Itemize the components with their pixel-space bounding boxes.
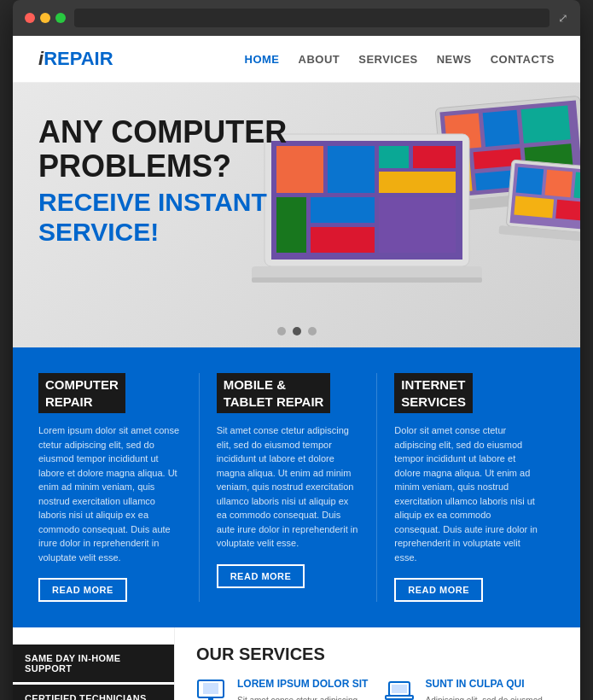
- hero-image: [239, 91, 580, 339]
- svg-rect-36: [392, 685, 407, 693]
- svg-rect-14: [379, 146, 409, 168]
- svg-rect-32: [203, 683, 218, 694]
- services-grid: LOREM IPSUM DOLOR SIT Sit amet conse cte…: [196, 678, 559, 700]
- laptop-icon: [385, 680, 417, 700]
- svg-rect-29: [555, 200, 580, 222]
- service-item-1-desc: Sit amet conse ctetur adipiscing elit, s…: [237, 694, 371, 700]
- svg-rect-16: [379, 172, 456, 193]
- monitor-icon: [196, 680, 229, 700]
- service-card-mobile-repair: MOBILE & TABLET REPAIR Sit amet conse ct…: [217, 373, 378, 602]
- minimize-dot[interactable]: [40, 13, 50, 23]
- svg-rect-15: [413, 146, 456, 168]
- sidebar-item-same-day[interactable]: SAME DAY IN-HOME SUPPORT: [13, 645, 174, 682]
- svg-rect-18: [311, 197, 375, 223]
- computer-repair-readmore[interactable]: READ MORE: [38, 578, 127, 602]
- service-item-1-content: LOREM IPSUM DOLOR SIT Sit amet conse cte…: [237, 678, 371, 700]
- logo-repair: REPAIR: [44, 48, 113, 69]
- expand-icon[interactable]: ⤢: [558, 11, 568, 25]
- hero-dots: [277, 327, 317, 335]
- address-bar[interactable]: [74, 9, 549, 27]
- internet-services-desc: Dolor sit amet conse ctetur adipiscing e…: [394, 423, 538, 564]
- browser-dots: [25, 13, 66, 23]
- site-header: iREPAIR HOME ABOUT SERVICES NEWS CONTACT…: [13, 36, 580, 83]
- mobile-repair-title: MOBILE & TABLET REPAIR: [217, 373, 331, 413]
- nav-news[interactable]: NEWS: [437, 53, 472, 66]
- svg-rect-22: [252, 277, 482, 283]
- browser-chrome: ⤢: [13, 0, 580, 36]
- hero-text: ANY COMPUTER PROBLEMS? RECEIVE INSTANT S…: [38, 115, 287, 247]
- our-services-panel: OUR SERVICES LOREM IPSUM DOLO: [175, 627, 580, 700]
- sidebar-item-certified[interactable]: CERTIFIED TECHNICIANS: [13, 685, 174, 700]
- computer-repair-title: COMPUTER REPAIR: [38, 373, 125, 413]
- service-item-1: LOREM IPSUM DOLOR SIT Sit amet conse cte…: [196, 678, 371, 700]
- hero-section: ANY COMPUTER PROBLEMS? RECEIVE INSTANT S…: [13, 83, 580, 347]
- services-section: COMPUTER REPAIR Lorem ipsum dolor sit am…: [13, 347, 580, 627]
- nav-about[interactable]: ABOUT: [299, 53, 340, 66]
- service-card-computer-repair: COMPUTER REPAIR Lorem ipsum dolor sit am…: [38, 373, 200, 602]
- service-item-1-title: LOREM IPSUM DOLOR SIT: [237, 678, 371, 690]
- service-item-2: SUNT IN CULPA QUI Adipiscing elit, sed d…: [385, 678, 560, 700]
- svg-rect-13: [328, 146, 375, 193]
- svg-rect-19: [311, 227, 375, 253]
- service-item-2-desc: Adipiscing elit, sed do eiusmod tempor i…: [426, 694, 560, 700]
- nav-home[interactable]: HOME: [245, 53, 280, 66]
- hero-dot-3[interactable]: [308, 327, 317, 335]
- our-services-heading: OUR SERVICES: [196, 645, 559, 664]
- close-dot[interactable]: [25, 13, 35, 23]
- sidebar-menu: SAME DAY IN-HOME SUPPORT CERTIFIED TECHN…: [13, 627, 175, 700]
- website: iREPAIR HOME ABOUT SERVICES NEWS CONTACT…: [13, 36, 580, 700]
- bottom-section: SAME DAY IN-HOME SUPPORT CERTIFIED TECHN…: [13, 627, 580, 700]
- browser-window: ⤢ iREPAIR HOME ABOUT SERVICES NEWS CONTA…: [13, 0, 580, 700]
- hero-dot-2[interactable]: [293, 327, 301, 335]
- svg-rect-4: [520, 105, 570, 143]
- hero-dot-1[interactable]: [277, 327, 286, 335]
- internet-services-title: INTERNET SERVICES: [394, 373, 473, 413]
- svg-rect-20: [379, 197, 456, 253]
- main-nav: HOME ABOUT SERVICES NEWS CONTACTS: [245, 53, 555, 66]
- svg-rect-3: [483, 110, 520, 147]
- internet-services-readmore[interactable]: READ MORE: [394, 578, 483, 602]
- hero-heading: ANY COMPUTER PROBLEMS?: [38, 115, 287, 183]
- nav-contacts[interactable]: CONTACTS: [491, 53, 555, 66]
- hero-subheading: RECEIVE INSTANT SERVICE!: [38, 188, 287, 247]
- computer-repair-desc: Lorem ipsum dolor sit amet conse ctetur …: [38, 423, 182, 564]
- service-card-internet: INTERNET SERVICES Dolor sit amet conse c…: [394, 373, 555, 602]
- svg-rect-25: [516, 167, 544, 195]
- svg-rect-28: [514, 196, 554, 219]
- logo: iREPAIR: [38, 48, 113, 70]
- svg-rect-37: [386, 696, 413, 699]
- nav-services[interactable]: SERVICES: [358, 53, 418, 66]
- service-item-2-title: SUNT IN CULPA QUI: [426, 678, 560, 690]
- mobile-repair-desc: Sit amet conse ctetur adipiscing elit, s…: [217, 423, 360, 551]
- mobile-repair-readmore[interactable]: READ MORE: [217, 564, 305, 588]
- service-item-2-content: SUNT IN CULPA QUI Adipiscing elit, sed d…: [426, 678, 560, 700]
- svg-rect-26: [545, 170, 573, 198]
- maximize-dot[interactable]: [55, 13, 66, 23]
